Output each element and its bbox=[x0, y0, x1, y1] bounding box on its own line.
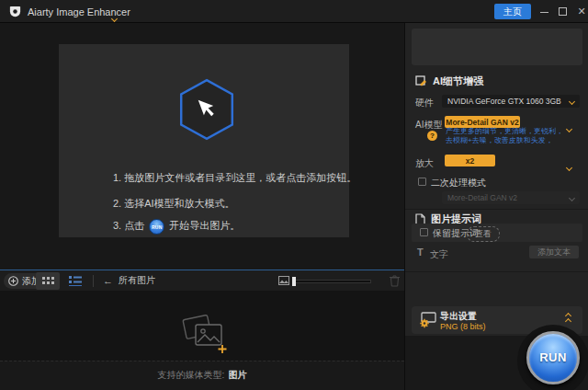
status-bar: 支持的媒体类型:图片 bbox=[0, 361, 404, 390]
ai-enhance-section-title: AI细节增强 bbox=[433, 75, 483, 88]
home-button[interactable]: 主页 bbox=[494, 4, 531, 19]
export-settings-title: 导出设置 bbox=[440, 310, 477, 323]
maximize-button[interactable] bbox=[555, 0, 571, 23]
image-drop-zone[interactable]: 1. 拖放图片文件或者目录到这里，或者点击添加按钮。 2. 选择AI模型和放大模… bbox=[59, 44, 349, 237]
secondary-mode-label: 二次处理模式 bbox=[431, 177, 486, 189]
toolbar-separator bbox=[93, 275, 94, 287]
file-list-area[interactable] bbox=[0, 291, 404, 361]
ai-enhance-section-header: AI细节增强 bbox=[415, 75, 483, 88]
thumbnail-size-slider-handle[interactable] bbox=[292, 277, 296, 286]
instruction-step-3: 3. 点击RUN开始导出图片。 bbox=[113, 219, 240, 235]
model-description-line1: 产生更多的细节，更清晰，更锐利， bbox=[446, 127, 563, 136]
all-images-button[interactable]: ← 所有图片 bbox=[103, 274, 155, 287]
model-label: AI模型 bbox=[415, 119, 442, 132]
scale-chevron-down-icon[interactable] bbox=[567, 157, 571, 174]
add-text-button[interactable]: 添加文本 bbox=[529, 246, 579, 258]
grid-view-icon bbox=[42, 277, 54, 285]
scale-label: 放大 bbox=[415, 157, 434, 170]
export-format-value: PNG (8 bits) bbox=[440, 322, 486, 331]
keep-prompt-row: 保留提示词 查看 bbox=[412, 224, 582, 242]
scale-select[interactable]: x2 bbox=[445, 155, 495, 166]
list-view-button[interactable] bbox=[63, 272, 87, 290]
keep-prompt-checkbox[interactable] bbox=[420, 228, 428, 236]
supported-media-label: 支持的媒体类型: bbox=[158, 370, 225, 380]
app-window: Aiarty Image Enhancer 主页 ✕ 1. 拖放图片文件或者目录… bbox=[0, 0, 588, 390]
run-zone: RUN bbox=[405, 336, 588, 390]
app-logo-icon bbox=[8, 5, 22, 18]
export-settings-icon bbox=[419, 312, 436, 328]
instruction-step-3-suffix: 开始导出图片。 bbox=[169, 220, 240, 231]
close-button[interactable]: ✕ bbox=[573, 0, 588, 23]
model-chevron-down-icon[interactable] bbox=[567, 119, 571, 135]
model-description: 产生更多的细节，更清晰，更锐利， 去模糊+去噪，改善皮肤和头发， bbox=[446, 127, 563, 144]
secondary-model-value: More-Detail GAN v2 bbox=[447, 193, 570, 202]
run-button[interactable]: RUN bbox=[526, 331, 580, 384]
supported-media-value: 图片 bbox=[228, 370, 246, 380]
secondary-model-select[interactable]: More-Detail GAN v2 bbox=[442, 191, 580, 204]
plus-circle-icon bbox=[8, 276, 18, 286]
hardware-value: NVIDIA GeForce GTX 1060 3GB bbox=[447, 97, 570, 106]
list-view-icon bbox=[69, 276, 82, 286]
instruction-step-3-prefix: 3. 点击 bbox=[113, 220, 144, 231]
grid-view-button[interactable] bbox=[36, 272, 60, 290]
section-divider-2 bbox=[405, 271, 588, 272]
minimize-button[interactable] bbox=[537, 0, 553, 23]
bottom-toolbar: 添加 ← 所有图片 bbox=[0, 270, 404, 291]
hardware-label: 硬件 bbox=[415, 97, 434, 109]
app-menu-chevron-down-icon[interactable] bbox=[112, 8, 117, 25]
thumbnail-size-icon bbox=[278, 276, 289, 285]
model-description-line2: 去模糊+去噪，改善皮肤和头发， bbox=[446, 136, 563, 145]
drop-hexagon-icon bbox=[178, 77, 235, 145]
instruction-step-2: 2. 选择AI模型和放大模式。 bbox=[113, 197, 235, 211]
secondary-mode-checkbox[interactable] bbox=[418, 178, 426, 186]
instruction-step-1: 1. 拖放图片文件或者目录到这里，或者点击添加按钮。 bbox=[113, 171, 356, 185]
hardware-chevron-down-icon bbox=[569, 98, 575, 104]
thumbnail-size-slider[interactable] bbox=[293, 280, 371, 283]
title-bar: Aiarty Image Enhancer 主页 ✕ bbox=[0, 0, 588, 23]
all-images-label: 所有图片 bbox=[119, 274, 155, 287]
help-icon[interactable]: ? bbox=[427, 131, 437, 141]
view-prompt-button[interactable]: 查看 bbox=[467, 226, 500, 242]
minimize-icon bbox=[540, 12, 548, 13]
ai-enhance-icon bbox=[415, 75, 427, 87]
section-divider bbox=[405, 209, 588, 210]
text-label: 文字 bbox=[430, 248, 448, 261]
maximize-icon bbox=[559, 7, 567, 16]
trash-icon[interactable] bbox=[390, 275, 400, 287]
run-badge-icon: RUN bbox=[149, 219, 164, 235]
text-icon: T bbox=[417, 247, 424, 258]
add-images-placeholder-icon bbox=[180, 313, 230, 357]
secondary-model-chevron-down-icon bbox=[569, 194, 575, 201]
back-arrow-icon: ← bbox=[103, 276, 113, 286]
hardware-select[interactable]: NVIDIA GeForce GTX 1060 3GB bbox=[442, 95, 580, 108]
preview-panel bbox=[412, 29, 582, 65]
collapse-chevron-up-icon[interactable] bbox=[566, 314, 571, 324]
settings-sidebar: AI细节增强 硬件 NVIDIA GeForce GTX 1060 3GB AI… bbox=[404, 23, 588, 390]
